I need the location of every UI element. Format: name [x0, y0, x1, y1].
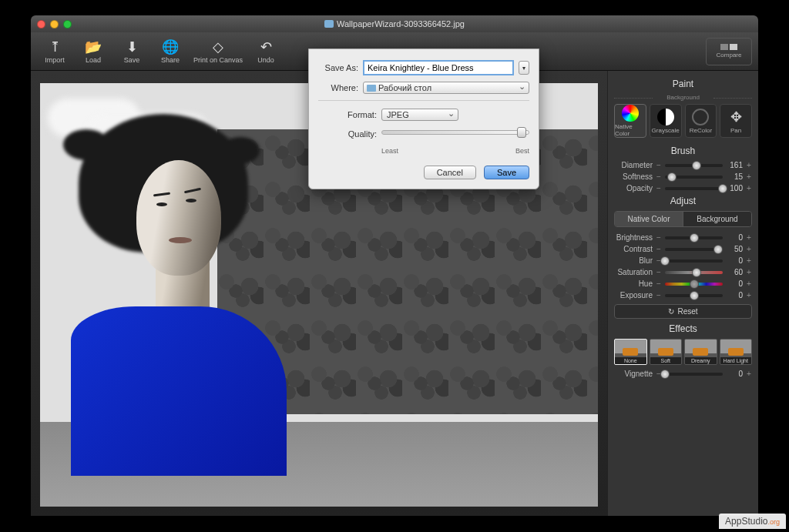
minimize-window-button[interactable]	[50, 20, 59, 28]
plus-icon[interactable]: +	[746, 245, 752, 253]
reset-icon: ↻	[668, 307, 674, 316]
effect-none[interactable]: None	[614, 339, 647, 365]
import-icon: ⤒	[46, 39, 63, 55]
contrast-slider[interactable]: Contrast−50+	[614, 245, 752, 253]
exposure-slider[interactable]: Exposure−0+	[614, 291, 752, 299]
folder-icon	[367, 85, 376, 92]
plus-icon[interactable]: +	[746, 256, 752, 265]
plus-icon[interactable]: +	[746, 279, 752, 288]
effects-title: Effects	[614, 323, 752, 334]
save-as-disclosure[interactable]: ▾	[519, 61, 529, 75]
plus-icon[interactable]: +	[746, 291, 752, 299]
plus-icon[interactable]: +	[746, 233, 752, 242]
minus-icon[interactable]: −	[656, 245, 662, 253]
folder-open-icon: 📂	[85, 39, 102, 55]
adjust-segment: Native Color Background	[614, 211, 752, 227]
load-button[interactable]: 📂 Load	[76, 35, 111, 69]
format-select[interactable]: JPEG	[381, 109, 458, 121]
recolor-icon	[692, 109, 709, 125]
reset-button[interactable]: ↻Reset	[614, 304, 752, 319]
minus-icon[interactable]: −	[656, 172, 662, 181]
minus-icon[interactable]: −	[656, 184, 662, 192]
compare-icon	[720, 44, 737, 50]
effect-hard-light[interactable]: Hard Light	[720, 339, 753, 365]
minus-icon[interactable]: −	[656, 279, 662, 288]
blur-slider[interactable]: Blur−0+	[614, 256, 752, 265]
minus-icon[interactable]: −	[656, 233, 662, 242]
saturation-slider[interactable]: Saturation−60+	[614, 268, 752, 276]
format-label: Format:	[318, 110, 377, 119]
minus-icon[interactable]: −	[656, 161, 662, 169]
compare-button[interactable]: Compare	[706, 38, 752, 65]
save-icon: ⬇	[123, 39, 140, 55]
window-title: WallpaperWizard-3093366452.jpg	[31, 19, 758, 28]
rainbow-icon	[622, 105, 639, 122]
save-as-label: Save As:	[318, 63, 358, 72]
opacity-slider[interactable]: Opacity−100+	[614, 184, 752, 192]
print-on-canvas-button[interactable]: ◇ Print on Canvas	[191, 35, 245, 69]
plus-icon[interactable]: +	[746, 161, 752, 169]
plus-icon[interactable]: +	[746, 172, 752, 181]
close-window-button[interactable]	[37, 20, 45, 28]
plus-icon[interactable]: +	[746, 268, 752, 276]
app-window: WallpaperWizard-3093366452.jpg ⤒ Import …	[31, 15, 758, 516]
grayscale-tile[interactable]: Grayscale	[650, 104, 682, 138]
save-dialog: Save As: ▾ Where: Рабочий стол Format: J…	[308, 49, 539, 189]
cancel-button[interactable]: Cancel	[424, 166, 476, 179]
window-controls	[37, 20, 72, 28]
adjust-title: Adjust	[614, 196, 752, 206]
save-button[interactable]: ⬇ Save	[114, 35, 149, 69]
effect-soft[interactable]: Soft	[650, 339, 683, 365]
import-button[interactable]: ⤒ Import	[37, 35, 72, 69]
recolor-tile[interactable]: ReColor	[685, 104, 717, 138]
quality-label: Quality:	[318, 129, 377, 139]
canvas-icon: ◇	[210, 39, 227, 55]
minus-icon[interactable]: −	[656, 268, 662, 276]
titlebar: WallpaperWizard-3093366452.jpg	[31, 15, 758, 32]
share-button[interactable]: 🌐 Share	[153, 35, 188, 69]
seg-native-color[interactable]: Native Color	[615, 212, 683, 226]
zoom-window-button[interactable]	[63, 20, 72, 28]
vignette-slider[interactable]: Vignette−0+	[614, 370, 752, 378]
pan-icon: ✥	[727, 109, 744, 125]
where-select[interactable]: Рабочий стол	[363, 82, 529, 94]
where-label: Where:	[318, 83, 358, 92]
brightness-slider[interactable]: Brightness−0+	[614, 233, 752, 242]
hue-slider[interactable]: Hue−0+	[614, 279, 752, 288]
background-subtitle: Background	[614, 94, 752, 101]
quality-slider[interactable]	[381, 127, 529, 141]
watermark: AppStudio.org	[719, 514, 786, 529]
plus-icon[interactable]: +	[746, 370, 752, 378]
brush-title: Brush	[614, 146, 752, 156]
save-dialog-button[interactable]: Save	[484, 166, 529, 179]
effect-dreamy[interactable]: Dreamy	[684, 339, 717, 365]
seg-background[interactable]: Background	[683, 212, 751, 226]
undo-button[interactable]: ↶ Undo	[248, 35, 284, 69]
minus-icon[interactable]: −	[656, 291, 662, 299]
undo-icon: ↶	[257, 39, 274, 55]
right-sidebar: Paint Background Native Color Grayscale …	[607, 71, 758, 516]
globe-icon: 🌐	[162, 39, 179, 55]
quality-least: Least	[381, 147, 398, 155]
quality-best: Best	[515, 147, 529, 155]
native-color-tile[interactable]: Native Color	[614, 104, 646, 138]
save-as-input[interactable]	[363, 60, 514, 75]
paint-title: Paint	[614, 79, 752, 89]
softness-slider[interactable]: Softness−15+	[614, 172, 752, 181]
grayscale-icon	[657, 109, 674, 125]
diameter-slider[interactable]: Diameter−161+	[614, 161, 752, 169]
plus-icon[interactable]: +	[746, 184, 752, 192]
pan-tile[interactable]: ✥Pan	[720, 104, 752, 138]
